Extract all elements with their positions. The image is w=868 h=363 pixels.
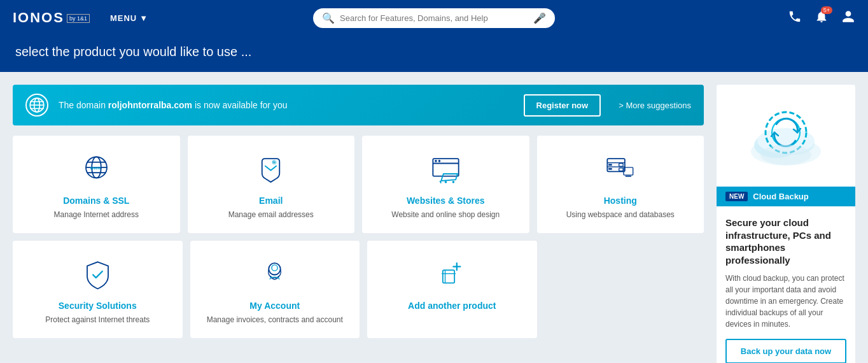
header: IONOS by 1&1 MENU ▼ 🔍 🎤 5+ bbox=[0, 0, 868, 36]
product-card-websites[interactable]: Websites & Stores Website and online sho… bbox=[362, 136, 529, 233]
left-content: The domain roljohntorralba.com is now av… bbox=[13, 85, 704, 363]
by-label: by 1&1 bbox=[67, 14, 90, 23]
page-title: select the product you would like to use… bbox=[15, 45, 853, 59]
page-title-section: select the product you would like to use… bbox=[0, 36, 868, 72]
svg-text:www: www bbox=[89, 164, 101, 170]
register-now-button[interactable]: Register now bbox=[524, 94, 601, 117]
svg-point-41 bbox=[760, 145, 811, 165]
user-icon[interactable] bbox=[841, 10, 855, 27]
product-card-add[interactable]: Add another product bbox=[367, 241, 537, 338]
email-desc: Manage email addresses bbox=[228, 210, 314, 220]
more-suggestions-link[interactable]: > More suggestions bbox=[619, 101, 691, 110]
svg-text:@: @ bbox=[273, 160, 277, 164]
logo-area: IONOS by 1&1 MENU ▼ bbox=[13, 10, 148, 26]
cloud-product-label: Cloud Backup bbox=[753, 192, 808, 201]
cloud-info-title: Secure your cloud infrastructure, PCs an… bbox=[725, 217, 846, 266]
logo-by: by 1&1 bbox=[67, 15, 90, 22]
backup-button[interactable]: Back up your data now bbox=[725, 339, 846, 363]
svg-rect-23 bbox=[608, 167, 612, 169]
domains-ssl-title: Domains & SSL bbox=[63, 196, 129, 206]
cloud-info: Secure your cloud infrastructure, PCs an… bbox=[717, 206, 855, 363]
cloud-badge-row: NEW Cloud Backup bbox=[717, 187, 855, 206]
account-title: My Account bbox=[249, 301, 300, 311]
svg-point-15 bbox=[435, 160, 437, 162]
domain-message-prefix: The domain bbox=[59, 100, 106, 110]
chevron-down-icon: ▼ bbox=[139, 13, 148, 23]
websites-desc: Website and online shop design bbox=[391, 210, 500, 220]
product-card-hosting[interactable]: Hosting Using webspace and databases bbox=[537, 136, 704, 233]
main-content: The domain roljohntorralba.com is now av… bbox=[0, 72, 868, 363]
account-icon bbox=[256, 256, 294, 294]
domain-name: roljohntorralba.com bbox=[108, 100, 192, 110]
product-card-account[interactable]: My Account Manage invoices, contracts an… bbox=[190, 241, 360, 338]
add-product-title: Add another product bbox=[408, 301, 496, 311]
domain-banner: The domain roljohntorralba.com is now av… bbox=[13, 85, 704, 125]
domains-ssl-icon: www bbox=[77, 151, 115, 189]
header-icons: 5+ bbox=[788, 10, 855, 27]
add-product-icon bbox=[433, 256, 471, 294]
domains-ssl-desc: Manage Internet address bbox=[54, 210, 139, 220]
product-card-email[interactable]: @ Email Manage email addresses bbox=[188, 136, 355, 233]
svg-point-17 bbox=[444, 181, 447, 183]
logo: IONOS bbox=[13, 10, 64, 26]
product-card-security[interactable]: Security Solutions Protect against Inter… bbox=[13, 241, 183, 338]
product-grid-top: www Domains & SSL Manage Internet addres… bbox=[13, 136, 704, 233]
cloud-backup-image bbox=[735, 97, 837, 174]
svg-rect-25 bbox=[619, 167, 623, 171]
svg-rect-30 bbox=[443, 270, 454, 283]
product-grid-bottom: Security Solutions Protect against Inter… bbox=[13, 241, 537, 338]
search-bar: 🔍 🎤 bbox=[313, 8, 555, 28]
email-title: Email bbox=[259, 196, 283, 206]
hosting-desc: Using webspace and databases bbox=[566, 210, 675, 220]
notification-badge: 5+ bbox=[821, 6, 832, 14]
search-input[interactable] bbox=[340, 13, 528, 23]
websites-icon bbox=[426, 151, 465, 189]
security-icon bbox=[78, 256, 116, 294]
email-icon: @ bbox=[252, 151, 290, 189]
product-card-domains-ssl[interactable]: www Domains & SSL Manage Internet addres… bbox=[13, 136, 180, 233]
svg-rect-22 bbox=[608, 164, 612, 166]
svg-point-29 bbox=[272, 265, 277, 271]
cloud-info-desc: With cloud backup, you can protect all y… bbox=[725, 273, 846, 330]
websites-title: Websites & Stores bbox=[407, 196, 485, 206]
right-panel: NEW Cloud Backup Secure your cloud infra… bbox=[717, 85, 855, 363]
menu-label: MENU bbox=[110, 13, 137, 23]
svg-rect-24 bbox=[619, 163, 623, 166]
new-badge: NEW bbox=[725, 192, 748, 201]
phone-icon[interactable] bbox=[788, 10, 802, 27]
domain-text: The domain roljohntorralba.com is now av… bbox=[59, 100, 514, 110]
hosting-title: Hosting bbox=[604, 196, 637, 206]
account-desc: Manage invoices, contracts and account bbox=[207, 315, 343, 325]
notification-icon[interactable]: 5+ bbox=[815, 10, 829, 27]
search-icon: 🔍 bbox=[322, 12, 335, 24]
microphone-icon[interactable]: 🎤 bbox=[533, 12, 546, 24]
svg-point-18 bbox=[452, 181, 454, 183]
cloud-image-area bbox=[717, 85, 855, 187]
globe-icon bbox=[25, 94, 48, 117]
hosting-icon bbox=[601, 151, 640, 189]
menu-button[interactable]: MENU ▼ bbox=[110, 13, 148, 23]
security-title: Security Solutions bbox=[59, 301, 137, 311]
domain-message-suffix: is now available for you bbox=[195, 100, 288, 110]
security-desc: Protect against Internet threats bbox=[45, 315, 150, 325]
svg-point-16 bbox=[438, 160, 440, 162]
